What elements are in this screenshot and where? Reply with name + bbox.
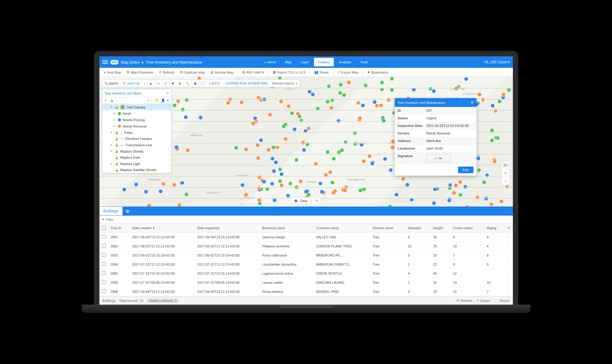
filter-label[interactable]: Filter xyxy=(106,218,113,221)
tree-marker[interactable] xyxy=(172,103,177,108)
footer-export[interactable]: ↗Export xyxy=(477,299,490,303)
row-more-icon[interactable]: ⋮ xyxy=(504,269,513,278)
tree-marker[interactable] xyxy=(283,137,288,141)
share-button[interactable]: 👥Share xyxy=(312,69,331,75)
tree-marker[interactable] xyxy=(339,83,343,87)
tree-marker[interactable] xyxy=(294,158,299,162)
check-all-icon[interactable]: ✓ xyxy=(105,98,108,102)
tree-marker[interactable] xyxy=(272,169,276,173)
tree-marker[interactable] xyxy=(184,192,189,197)
tree-marker[interactable] xyxy=(405,183,410,187)
tree-marker[interactable] xyxy=(318,181,323,186)
tree-marker[interactable] xyxy=(363,83,368,88)
tree-marker[interactable] xyxy=(337,150,341,154)
col-botanical-name[interactable]: Botanical name xyxy=(260,223,314,233)
tree-marker[interactable] xyxy=(493,159,497,164)
table-row[interactable]: 29022017-08-02T11:12:11+02:002017-08-02T… xyxy=(99,242,513,251)
search-button[interactable]: 🔍Search xyxy=(102,81,121,86)
tree-marker[interactable] xyxy=(251,121,255,126)
tree-marker[interactable] xyxy=(270,182,274,186)
tab-buildings[interactable]: Buildings xyxy=(99,207,123,215)
tree-marker[interactable] xyxy=(342,93,346,97)
tree-marker[interactable] xyxy=(379,103,383,108)
zoom-in-button[interactable]: + xyxy=(502,169,510,177)
tree-marker[interactable] xyxy=(361,103,365,108)
col-tree-id[interactable]: Tree ID xyxy=(108,223,130,233)
check-icon[interactable]: ✓ xyxy=(110,143,113,147)
table-row[interactable]: 29062017-04-04T13:11:11+02:002017-04-04T… xyxy=(99,287,513,296)
fullscreen-icon[interactable]: ⛶ xyxy=(199,81,207,86)
lock-icon[interactable]: 🔒 xyxy=(115,150,119,153)
check-icon[interactable]: ✓ xyxy=(113,111,116,115)
tree-marker[interactable] xyxy=(177,203,182,207)
tree-marker[interactable] xyxy=(279,99,283,104)
row-more-icon[interactable]: ⋮ xyxy=(504,278,513,287)
tab-layer[interactable]: Layer xyxy=(296,58,313,66)
tree-marker[interactable] xyxy=(458,180,462,184)
tree-marker[interactable] xyxy=(330,180,335,185)
col-height[interactable]: Height xyxy=(431,223,451,233)
tree-marker[interactable] xyxy=(240,183,245,187)
tree-marker[interactable] xyxy=(353,131,357,135)
tree-marker[interactable] xyxy=(390,77,394,81)
print-icon[interactable]: 🖶 xyxy=(192,81,199,86)
layer-mapbox-streets[interactable]: ✓🔒Mapbox Streets xyxy=(102,148,171,154)
layer-list-button[interactable]: ☰Layer List xyxy=(121,81,142,86)
tree-marker[interactable] xyxy=(311,92,315,97)
footer-report[interactable]: 📄Report xyxy=(494,299,510,303)
tree-marker[interactable] xyxy=(180,181,184,185)
tree-marker[interactable] xyxy=(464,77,468,81)
row-checkbox[interactable] xyxy=(102,262,106,266)
lock-icon[interactable]: 🔒 xyxy=(115,105,119,109)
add-layer-icon[interactable]: + xyxy=(147,98,149,102)
col-common-name[interactable]: Common name xyxy=(313,223,370,233)
row-checkbox[interactable] xyxy=(102,235,106,239)
tree-marker[interactable] xyxy=(299,118,303,123)
tree-marker[interactable] xyxy=(477,168,481,172)
select-poly-icon[interactable]: ⬠ xyxy=(162,81,169,86)
new-map-button[interactable]: +New Map xyxy=(102,70,123,75)
col-date-inspected[interactable]: Date inspected xyxy=(195,223,260,233)
layer-poles[interactable]: ✓🔒⌶Poles xyxy=(102,129,171,136)
row-checkbox[interactable] xyxy=(102,253,106,257)
tree-marker[interactable] xyxy=(147,204,151,207)
table-row[interactable]: 29032017-08-01T15:15:15+02:002017-08-01T… xyxy=(99,251,513,260)
tree-marker[interactable] xyxy=(331,191,336,195)
measure-icon[interactable]: 📏 xyxy=(183,81,192,86)
select-rect-icon[interactable]: ▭ xyxy=(155,81,162,86)
tree-marker[interactable] xyxy=(266,148,271,152)
tree-marker[interactable] xyxy=(485,173,489,177)
tree-marker[interactable] xyxy=(234,146,238,150)
layer-mapbox-satellite-streets[interactable]: 🔒Mapbox Satellite Streets xyxy=(102,167,171,173)
export-map-button[interactable]: ↗Export Map xyxy=(335,69,360,75)
tree-marker[interactable] xyxy=(268,113,272,117)
remove-layer-icon[interactable]: − xyxy=(151,98,153,102)
tree-marker[interactable] xyxy=(458,193,463,197)
3d-button[interactable]: 3D xyxy=(502,161,510,169)
info-icon[interactable]: i xyxy=(142,81,147,86)
tree-marker[interactable] xyxy=(383,157,387,161)
layer-mapbox-light[interactable]: ✓🔒Mapbox Light xyxy=(102,160,171,167)
layer-electrical-feeders[interactable]: 🔒〰Electrical Feeders xyxy=(102,136,171,142)
tree-marker[interactable] xyxy=(286,104,291,108)
tree-marker[interactable] xyxy=(226,101,230,105)
tree-marker[interactable] xyxy=(432,89,436,93)
layer-needs-pruning[interactable]: ✓Needs Pruning xyxy=(102,117,171,123)
close-icon[interactable]: ✕ xyxy=(471,101,473,104)
data-toggle[interactable]: ▦ Data ↓ ↗ xyxy=(291,197,321,204)
user-menu[interactable]: Hi, GIS Cloud ▾ xyxy=(485,60,510,64)
project-title[interactable]: Tree Inventory and Maintenance xyxy=(146,60,202,65)
check-icon[interactable]: ✓ xyxy=(110,131,113,134)
tree-marker[interactable] xyxy=(489,202,493,207)
tree-marker[interactable] xyxy=(326,150,330,154)
tree-marker[interactable] xyxy=(290,111,294,115)
tree-marker[interactable] xyxy=(185,98,189,102)
tree-marker[interactable] xyxy=(161,182,166,186)
tree-marker[interactable] xyxy=(390,145,395,150)
filter-icon[interactable]: ▾ xyxy=(102,217,104,221)
tree-marker[interactable] xyxy=(279,172,284,176)
check-icon[interactable]: ✓ xyxy=(110,149,113,153)
tree-marker[interactable] xyxy=(375,104,379,108)
tree-marker[interactable] xyxy=(362,187,366,191)
add-layer--button[interactable]: ⊕Add Layer ▾ xyxy=(240,69,266,75)
